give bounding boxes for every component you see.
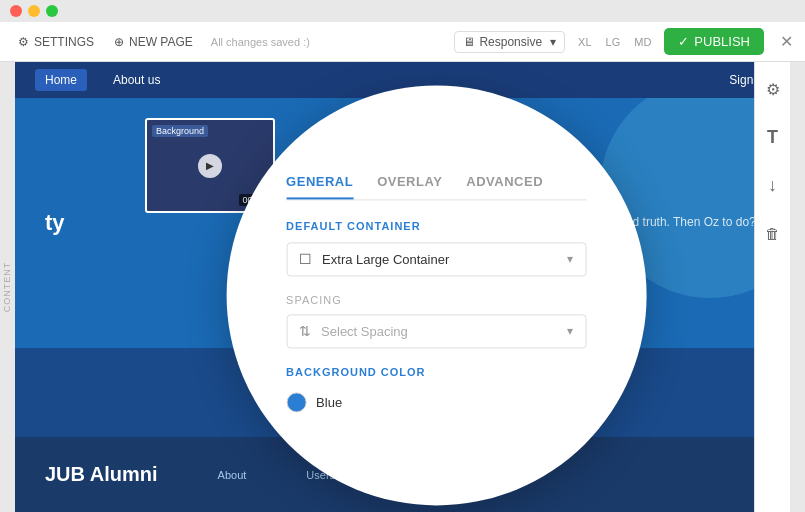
bg-color-swatch[interactable] xyxy=(286,392,306,412)
modal-tabs: GENERAL OVERLAY ADVANCED xyxy=(286,174,586,199)
tab-overlay[interactable]: OVERLAY xyxy=(377,174,442,199)
right-sidebar: ⚙ T ↓ 🗑 xyxy=(754,62,790,512)
plus-icon: ⊕ xyxy=(114,35,124,49)
background-color-label: BACKGROUND COLOR xyxy=(286,366,586,378)
footer-col-about: About xyxy=(218,469,247,481)
footer-logo: JUB Alumni xyxy=(45,463,158,486)
minimize-traffic-light[interactable] xyxy=(28,5,40,17)
settings-sidebar-icon[interactable]: ⚙ xyxy=(758,74,788,104)
tab-divider xyxy=(286,199,586,200)
settings-modal: GENERAL OVERLAY ADVANCED DEFAULT CONTAIN… xyxy=(226,85,646,505)
spacing-chevron: ▾ xyxy=(567,324,573,338)
publish-button[interactable]: ✓ PUBLISH xyxy=(664,28,764,55)
container-dropdown[interactable]: ☐ Extra Large Container ▾ xyxy=(286,242,586,276)
background-color-row: Blue xyxy=(286,388,586,416)
spacing-value: Select Spacing xyxy=(321,324,567,339)
settings-label: SETTINGS xyxy=(34,35,94,49)
breakpoint-buttons: XL LG MD xyxy=(573,33,656,51)
container-chevron: ▾ xyxy=(567,252,573,266)
container-value: Extra Large Container xyxy=(322,252,567,267)
app-toolbar: ⚙ SETTINGS ⊕ NEW PAGE All changes saved … xyxy=(0,22,805,62)
text-sidebar-icon[interactable]: T xyxy=(758,122,788,152)
new-page-label: NEW PAGE xyxy=(129,35,193,49)
breakpoint-md[interactable]: MD xyxy=(629,33,656,51)
gear-icon: ⚙ xyxy=(18,35,29,49)
footer-col-about-title: About xyxy=(218,469,247,481)
titlebar xyxy=(0,0,805,22)
chevron-down-icon: ▾ xyxy=(550,35,556,49)
check-icon: ✓ xyxy=(678,34,689,49)
maximize-traffic-light[interactable] xyxy=(46,5,58,17)
video-label: Background xyxy=(152,125,208,137)
tab-advanced[interactable]: ADVANCED xyxy=(466,174,543,199)
autosave-status: All changes saved :) xyxy=(211,36,310,48)
modal-content: GENERAL OVERLAY ADVANCED DEFAULT CONTAIN… xyxy=(246,144,626,446)
nav-item-home[interactable]: Home xyxy=(35,69,87,91)
hero-text: ty xyxy=(45,210,65,236)
breakpoint-xl[interactable]: XL xyxy=(573,33,596,51)
close-button[interactable]: ✕ xyxy=(780,32,793,51)
spacing-dropdown[interactable]: ⇅ Select Spacing ▾ xyxy=(286,314,586,348)
spacing-label: SPACING xyxy=(286,294,586,306)
publish-label: PUBLISH xyxy=(694,34,750,49)
play-button[interactable]: ▶ xyxy=(198,154,222,178)
default-container-label: DEFAULT CONTAINER xyxy=(286,220,586,232)
trash-sidebar-icon[interactable]: 🗑 xyxy=(758,218,788,248)
settings-button[interactable]: ⚙ SETTINGS xyxy=(12,31,100,53)
breakpoint-lg[interactable]: LG xyxy=(601,33,626,51)
new-page-button[interactable]: ⊕ NEW PAGE xyxy=(108,31,199,53)
responsive-label: Responsive xyxy=(479,35,542,49)
bg-color-value: Blue xyxy=(316,395,342,410)
monitor-icon: 🖥 xyxy=(463,35,475,49)
spacing-icon: ⇅ xyxy=(299,323,311,339)
container-icon: ☐ xyxy=(299,251,312,267)
canvas-area: CONTENT Home About us Sign up ty Backgro… xyxy=(0,62,805,512)
download-sidebar-icon[interactable]: ↓ xyxy=(758,170,788,200)
responsive-button[interactable]: 🖥 Responsive ▾ xyxy=(454,31,565,53)
close-traffic-light[interactable] xyxy=(10,5,22,17)
tab-general[interactable]: GENERAL xyxy=(286,174,353,199)
nav-item-about[interactable]: About us xyxy=(103,69,170,91)
left-side-label: CONTENT xyxy=(2,262,12,313)
